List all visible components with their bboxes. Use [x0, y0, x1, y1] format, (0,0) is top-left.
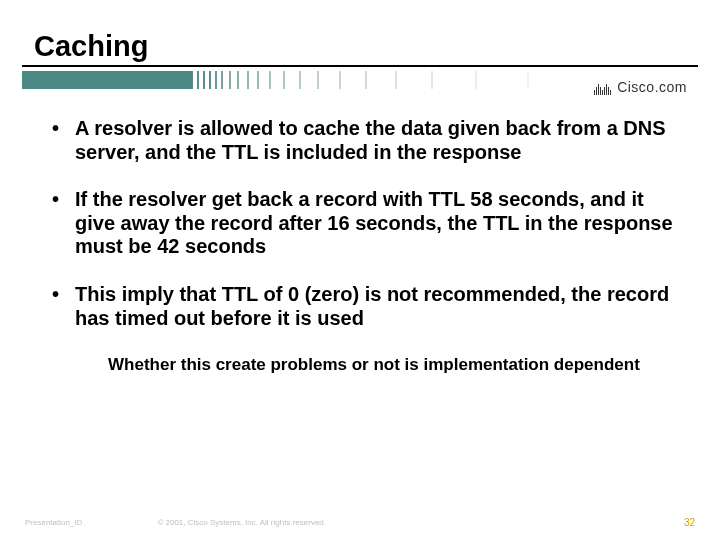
page-number: 32 — [684, 517, 695, 528]
presentation-id: Presentation_ID — [25, 518, 82, 527]
band-solid — [22, 71, 192, 89]
sub-bullet: Whether this create problems or not is i… — [108, 354, 680, 375]
cisco-logo: Cisco.com — [594, 79, 687, 95]
copyright: © 2001, Cisco Systems, Inc. All rights r… — [157, 518, 684, 527]
slide: Caching — [0, 0, 720, 540]
bullet-text: This imply that TTL of 0 (zero) is not r… — [75, 283, 669, 329]
title-underline — [22, 65, 698, 67]
cisco-bars-icon — [594, 84, 611, 95]
bullet-item: If the resolver get back a record with T… — [40, 188, 680, 259]
logo-text: Cisco.com — [617, 79, 687, 95]
bullet-item: This imply that TTL of 0 (zero) is not r… — [40, 283, 680, 330]
content-area: A resolver is allowed to cache the data … — [40, 117, 680, 375]
bullet-list: A resolver is allowed to cache the data … — [40, 117, 680, 330]
footer: Presentation_ID © 2001, Cisco Systems, I… — [25, 517, 695, 528]
bullet-item: A resolver is allowed to cache the data … — [40, 117, 680, 164]
bullet-text: If the resolver get back a record with T… — [75, 188, 673, 257]
bullet-text: A resolver is allowed to cache the data … — [75, 117, 666, 163]
slide-title: Caching — [34, 30, 698, 63]
